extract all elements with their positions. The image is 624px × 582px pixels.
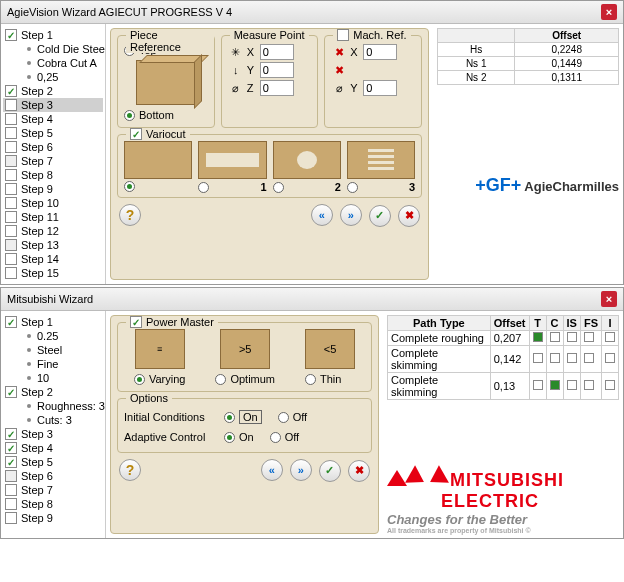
next-button[interactable]: » (290, 459, 312, 481)
checkbox-t[interactable] (533, 332, 543, 342)
variocut-option-2[interactable]: 2 (273, 141, 341, 193)
tree-step7[interactable]: Step 7 (3, 483, 103, 497)
checkbox-c[interactable] (550, 353, 560, 363)
tree-step15[interactable]: Step 15 (3, 266, 103, 280)
checkbox-is[interactable] (567, 332, 577, 342)
checkbox-fs[interactable] (584, 332, 594, 342)
pm-varying[interactable]: ≡Varying (134, 329, 185, 387)
mach-y-input[interactable] (363, 80, 397, 96)
table-row[interactable]: Ns 10,1449 (438, 57, 619, 71)
close-button[interactable]: × (601, 291, 617, 307)
first-button[interactable]: « (311, 204, 333, 226)
tree-step5[interactable]: Step 5 (3, 126, 103, 140)
tree-sub[interactable]: Roughness: 3 (3, 399, 103, 413)
init-off[interactable]: Off (278, 410, 307, 424)
tree-sub[interactable]: Steel (3, 343, 103, 357)
tree-step13[interactable]: Step 13 (3, 238, 103, 252)
tree-step3[interactable]: Step 3 (3, 98, 103, 112)
measure-y-input[interactable] (260, 62, 294, 78)
cancel-button[interactable]: ✖ (398, 205, 420, 227)
checkbox-i[interactable] (605, 353, 615, 363)
measure-x-input[interactable] (260, 44, 294, 60)
tree-sub[interactable]: 0.25 (3, 329, 103, 343)
checkbox-fs[interactable] (584, 353, 594, 363)
tree-step1[interactable]: Step 1 (3, 28, 103, 42)
adapt-on[interactable]: On (224, 431, 254, 443)
checkbox-fs[interactable] (584, 380, 594, 390)
variocut-checkbox[interactable] (130, 128, 142, 140)
pm-thin[interactable]: <5Thin (305, 329, 355, 387)
tree-sub[interactable]: Cold Die Steel (3, 42, 103, 56)
tree-step5[interactable]: Step 5 (3, 455, 103, 469)
check-icon (5, 253, 17, 265)
table-row[interactable]: Complete skimming0,142 (388, 346, 619, 373)
help-button[interactable]: ? (119, 459, 141, 481)
radio-bottom[interactable]: Bottom (124, 109, 208, 121)
tree-step14[interactable]: Step 14 (3, 252, 103, 266)
checkbox-c[interactable] (550, 332, 560, 342)
adapt-off[interactable]: Off (270, 431, 299, 443)
pm-optimum[interactable]: >5Optimum (215, 329, 275, 387)
tree-step6[interactable]: Step 6 (3, 469, 103, 483)
mach-x-input[interactable] (363, 44, 397, 60)
cancel-button[interactable]: ✖ (348, 460, 370, 482)
tree-step12[interactable]: Step 12 (3, 224, 103, 238)
tree-sub[interactable]: Fine (3, 357, 103, 371)
init-on[interactable]: On (224, 410, 262, 424)
radio-icon (278, 412, 289, 423)
tree-sub[interactable]: Cobra Cut A (3, 56, 103, 70)
tree-step8[interactable]: Step 8 (3, 497, 103, 511)
tree-step9[interactable]: Step 9 (3, 182, 103, 196)
tree-step2[interactable]: Step 2 (3, 84, 103, 98)
tree-step6[interactable]: Step 6 (3, 140, 103, 154)
tree-step10[interactable]: Step 10 (3, 196, 103, 210)
tree-sub[interactable]: Cuts: 3 (3, 413, 103, 427)
measure-z-input[interactable] (260, 80, 294, 96)
tree-step4[interactable]: Step 4 (3, 112, 103, 126)
tree-step9[interactable]: Step 9 (3, 511, 103, 525)
dot-icon (27, 348, 31, 352)
first-button[interactable]: « (261, 459, 283, 481)
tree-step3[interactable]: Step 3 (3, 427, 103, 441)
checkbox-t[interactable] (533, 353, 543, 363)
probe-icon: ⌀ (228, 80, 244, 96)
variocut-option-3[interactable]: 3 (347, 141, 415, 193)
dot-icon (27, 362, 31, 366)
close-button[interactable]: × (601, 4, 617, 20)
tree-step11[interactable]: Step 11 (3, 210, 103, 224)
step-tree[interactable]: Step 1 0.25 Steel Fine 10 Step 2 Roughne… (1, 311, 106, 538)
shape-icon (124, 141, 192, 179)
tree-sub[interactable]: 10 (3, 371, 103, 385)
next-button[interactable]: » (340, 204, 362, 226)
tree-step8[interactable]: Step 8 (3, 168, 103, 182)
step-tree[interactable]: Step 1 Cold Die Steel Cobra Cut A 0,25 S… (1, 24, 106, 284)
pm-checkbox[interactable] (130, 316, 142, 328)
radio-icon (215, 374, 226, 385)
table-row[interactable]: Complete roughing0,207 (388, 331, 619, 346)
variocut-option-0[interactable] (124, 141, 192, 193)
tree-sub[interactable]: 0,25 (3, 70, 103, 84)
tree-step7[interactable]: Step 7 (3, 154, 103, 168)
checkbox-i[interactable] (605, 380, 615, 390)
tree-step4[interactable]: Step 4 (3, 441, 103, 455)
checkbox-i[interactable] (605, 332, 615, 342)
checkbox-is[interactable] (567, 353, 577, 363)
check-icon (5, 386, 17, 398)
radio-icon (124, 181, 135, 192)
tree-step2[interactable]: Step 2 (3, 385, 103, 399)
ok-button[interactable]: ✓ (369, 205, 391, 227)
tree-step1[interactable]: Step 1 (3, 315, 103, 329)
table-row[interactable]: Complete skimming0,13 (388, 373, 619, 400)
checkbox-t[interactable] (533, 380, 543, 390)
table-row[interactable]: Hs0,2248 (438, 43, 619, 57)
dot-icon (27, 75, 31, 79)
options-group: Options Initial Conditions On Off Adapti… (117, 398, 372, 453)
checkbox-c[interactable] (550, 380, 560, 390)
table-row[interactable]: Ns 20,1311 (438, 71, 619, 85)
mach-ref-checkbox[interactable] (337, 29, 349, 41)
variocut-option-1[interactable]: 1 (198, 141, 266, 193)
piece-reference-group: Piece Reference Top Bottom (117, 35, 215, 128)
help-button[interactable]: ? (119, 204, 141, 226)
checkbox-is[interactable] (567, 380, 577, 390)
ok-button[interactable]: ✓ (319, 460, 341, 482)
